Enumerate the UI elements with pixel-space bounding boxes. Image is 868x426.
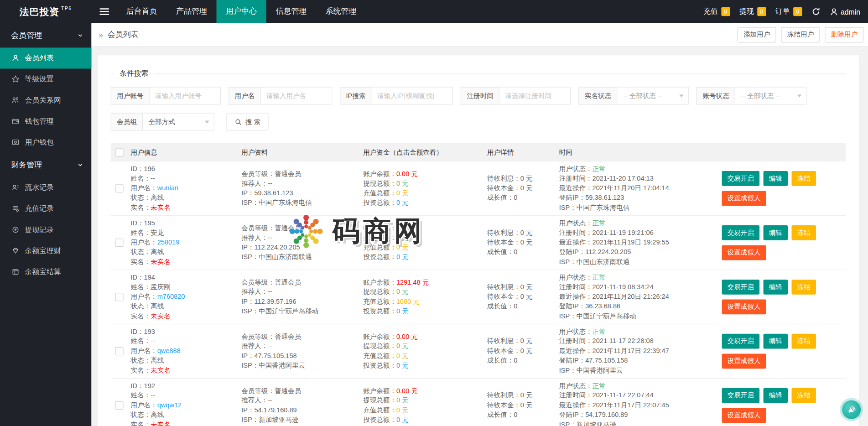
add-user-button[interactable]: 添加用户 bbox=[738, 27, 776, 42]
withdraw-amount[interactable]: 0 元 bbox=[396, 396, 409, 404]
recharge-amount[interactable]: 0 元 bbox=[396, 243, 409, 251]
sidebar-item-relation-network[interactable]: 会员关系网 bbox=[0, 90, 91, 111]
username-link[interactable]: m760820 bbox=[157, 293, 185, 301]
ip-search-input[interactable] bbox=[371, 87, 453, 105]
trade-toggle-button[interactable]: 交易开启 bbox=[722, 334, 760, 349]
row-checkbox[interactable] bbox=[115, 184, 123, 192]
trade-toggle-button[interactable]: 交易开启 bbox=[722, 280, 760, 295]
username-link[interactable]: wunian bbox=[157, 184, 178, 192]
trade-toggle-button[interactable]: 交易开启 bbox=[722, 388, 760, 403]
regtime-input[interactable] bbox=[499, 87, 571, 105]
invest-amount[interactable]: 0 元 bbox=[396, 362, 409, 369]
sidebar-item-recharge-records[interactable]: 充值记录 bbox=[0, 198, 91, 219]
balance-amount[interactable]: 0.00 元 bbox=[396, 224, 418, 232]
invest-amount[interactable]: 0 元 bbox=[396, 199, 409, 207]
sidebar-section-finance[interactable]: 财务管理 bbox=[0, 153, 91, 177]
edit-button[interactable]: 编辑 bbox=[764, 171, 788, 186]
recharge-amount[interactable]: 0 元 bbox=[396, 352, 409, 359]
row-checkbox[interactable] bbox=[115, 401, 123, 410]
invest-amount[interactable]: 0 元 bbox=[396, 253, 409, 261]
menu-toggle-button[interactable] bbox=[91, 0, 117, 23]
freeze-button[interactable]: 冻结 bbox=[792, 171, 816, 186]
account-status-select[interactable]: -- 全部状态 -- bbox=[735, 87, 807, 105]
freeze-button[interactable]: 冻结 bbox=[792, 225, 816, 240]
select-all-checkbox[interactable] bbox=[115, 148, 123, 156]
invest-amount[interactable]: 0 元 bbox=[396, 416, 409, 423]
freeze-button[interactable]: 冻结 bbox=[792, 280, 816, 295]
admin-menu[interactable]: admin bbox=[830, 7, 860, 16]
field-withdraw-total: 提现总额：0 元 bbox=[363, 233, 485, 243]
recharge-amount[interactable]: 0 元 bbox=[396, 406, 409, 414]
username-link[interactable]: qwqw12 bbox=[157, 401, 182, 409]
row-checkbox[interactable] bbox=[115, 347, 123, 355]
realname-status-select[interactable]: -- 全部状态 -- bbox=[617, 87, 689, 105]
nav-item-system[interactable]: 系统管理 bbox=[316, 0, 366, 23]
sidebar-item-level-settings[interactable]: 等级设置 bbox=[0, 68, 91, 89]
username-link[interactable]: 258019 bbox=[157, 239, 180, 246]
user-fund-cell: 账户余额：0.00 元 提现总额：0 元 充值总额：0 元 投资总额：0 元 bbox=[361, 216, 485, 270]
sidebar-item-yuebao-finance[interactable]: 余额宝理财 bbox=[0, 240, 91, 261]
sound-floating-button[interactable] bbox=[842, 400, 861, 419]
set-fake-user-button[interactable]: 设置成假人 bbox=[722, 408, 766, 423]
balance-amount[interactable]: 0.00 元 bbox=[396, 170, 418, 177]
refresh-button[interactable] bbox=[811, 7, 820, 16]
trade-toggle-button[interactable]: 交易开启 bbox=[722, 171, 760, 186]
withdraw-amount[interactable]: 0 元 bbox=[396, 234, 409, 241]
freeze-button[interactable]: 冻结 bbox=[792, 388, 816, 403]
username-link[interactable]: qwe888 bbox=[157, 347, 181, 355]
username-input[interactable] bbox=[260, 87, 332, 105]
sidebar-section-member[interactable]: 会员管理 bbox=[0, 23, 91, 47]
table-header: 用户信息 用户资料 用户资金（点击金额查看） 用户详情 时间 bbox=[111, 143, 846, 161]
delete-user-button[interactable]: 删除用户 bbox=[825, 27, 863, 42]
nav-item-products[interactable]: 产品管理 bbox=[166, 0, 216, 23]
withdraw-amount[interactable]: 0 元 bbox=[396, 179, 409, 187]
balance-amount[interactable]: 1291.48 元 bbox=[396, 278, 429, 286]
field-ip: IP：47.75.105.158 bbox=[241, 351, 361, 361]
flow-record-icon bbox=[11, 184, 19, 192]
member-group-select[interactable]: 全部方式 bbox=[142, 113, 214, 131]
caret-down-icon bbox=[205, 120, 209, 123]
sidebar-item-user-wallet[interactable]: 用户钱包 bbox=[0, 132, 91, 153]
nav-item-dashboard[interactable]: 后台首页 bbox=[117, 0, 166, 23]
user-fund-cell: 账户余额：0.00 元 提现总额：0 元 充值总额：0 元 投资总额：0 元 bbox=[361, 161, 485, 215]
order-counter[interactable]: 订单 0 bbox=[775, 7, 802, 17]
search-button[interactable]: 搜 索 bbox=[226, 113, 269, 131]
set-fake-user-button[interactable]: 设置成假人 bbox=[722, 354, 766, 369]
set-fake-user-button[interactable]: 设置成假人 bbox=[722, 300, 766, 315]
field-id: ID：194 bbox=[130, 273, 239, 282]
edit-button[interactable]: 编辑 bbox=[764, 388, 788, 403]
edit-button[interactable]: 编辑 bbox=[764, 334, 788, 349]
recharge-amount[interactable]: 1000 元 bbox=[396, 297, 420, 305]
edit-button[interactable]: 编辑 bbox=[764, 280, 788, 295]
invest-amount[interactable]: 0 元 bbox=[396, 307, 409, 315]
row-checkbox[interactable] bbox=[115, 293, 123, 301]
sidebar-item-wallet-management[interactable]: 钱包管理 bbox=[0, 111, 91, 132]
edit-button[interactable]: 编辑 bbox=[764, 225, 788, 240]
user-detail-cell: 待收利息：0 元 待收本金：0 元 成长值：0 bbox=[485, 216, 557, 270]
withdraw-counter[interactable]: 提现 0 bbox=[739, 7, 766, 17]
field-last-op: 最近操作：2021年11月19日 19:29:55 bbox=[559, 238, 717, 248]
recharge-counter[interactable]: 充值 0 bbox=[703, 7, 730, 17]
nav-item-user-center[interactable]: 用户中心 bbox=[217, 0, 266, 23]
withdraw-amount[interactable]: 0 元 bbox=[396, 288, 409, 296]
balance-amount[interactable]: 0.00 元 bbox=[396, 332, 418, 340]
sidebar-item-withdraw-records[interactable]: 提现记录 bbox=[0, 219, 91, 240]
freeze-button[interactable]: 冻结 bbox=[792, 334, 816, 349]
recharge-amount[interactable]: 0 元 bbox=[396, 189, 409, 197]
header-checkbox-cell bbox=[111, 148, 129, 156]
nav-item-information[interactable]: 信息管理 bbox=[266, 0, 316, 23]
trade-toggle-button[interactable]: 交易开启 bbox=[722, 225, 760, 240]
field-last-op: 最近操作：2021年11月20日 17:04:14 bbox=[559, 184, 717, 193]
withdraw-amount[interactable]: 0 元 bbox=[396, 342, 409, 350]
set-fake-user-button[interactable]: 设置成假人 bbox=[722, 191, 766, 206]
account-input[interactable] bbox=[149, 87, 221, 105]
field-withdraw-total: 提现总额：0 元 bbox=[363, 179, 485, 188]
time-cell: 用户状态：正常 注册时间：2021-11-19 08:34:24 最近操作：20… bbox=[557, 270, 717, 324]
set-fake-user-button[interactable]: 设置成假人 bbox=[722, 245, 766, 260]
freeze-user-button[interactable]: 冻结用户 bbox=[781, 27, 820, 42]
balance-amount[interactable]: 0.00 元 bbox=[396, 387, 418, 395]
row-checkbox[interactable] bbox=[115, 239, 123, 247]
sidebar-item-flow-records[interactable]: 流水记录 bbox=[0, 177, 91, 198]
sidebar-item-member-list[interactable]: 会员列表 bbox=[0, 47, 91, 68]
sidebar-item-yuebao-settlement[interactable]: 余额宝结算 bbox=[0, 261, 91, 282]
